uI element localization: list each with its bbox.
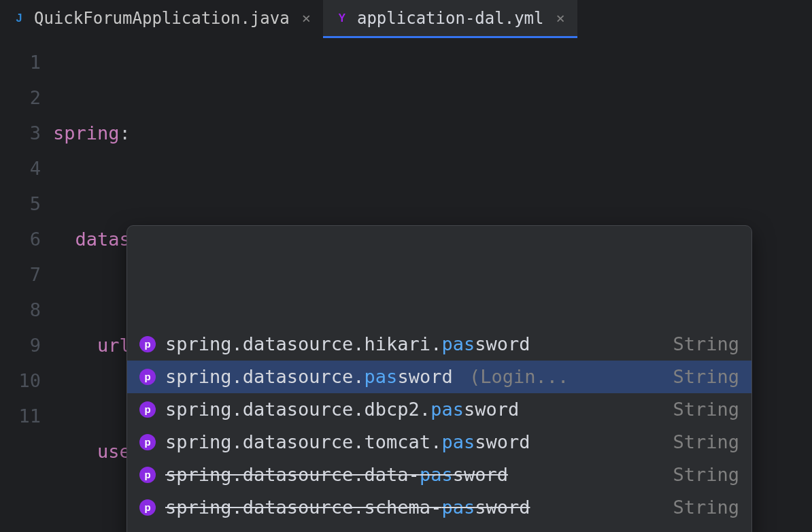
autocomplete-label: spring.datasource.dbcp2.password [165,393,663,426]
autocomplete-item[interactable]: pspring.datasource.dbcp2.passwordString [127,393,751,426]
autocomplete-popup: pspring.datasource.hikari.passwordString… [126,225,752,532]
autocomplete-label: spring.datasource.hikari.password [165,328,663,361]
autocomplete-label: spring.datasource.data-password [165,459,663,491]
tab-application-dal[interactable]: Y application-dal.yml × [323,0,577,38]
autocomplete-extra: (Login... [458,366,569,387]
line-number: 2 [0,80,41,116]
property-icon: p [139,369,156,385]
autocomplete-label: spring.datasource.schema-password [165,491,663,524]
autocomplete-item[interactable]: pspring.datasource.password (Login...Str… [127,361,751,393]
line-number: 10 [0,363,41,399]
autocomplete-type: String [673,328,739,361]
line-number: 1 [0,45,41,80]
code-area[interactable]: spring: datasource: url: jdbc:mysql://12… [53,38,812,532]
tab-label: application-dal.yml [357,9,544,28]
autocomplete-type: String [673,426,739,459]
autocomplete-type: String [673,491,739,524]
line-number: 3 [0,116,41,151]
tab-quickforumapplication[interactable]: J QuickForumApplication.java × [0,0,323,38]
line-number: 7 [0,257,41,293]
property-icon: p [139,336,156,352]
autocomplete-item[interactable]: pspring.datasource.schema-passwordString [127,491,751,524]
code-line[interactable]: spring: [53,116,812,151]
autocomplete-item[interactable]: pspring.datasource.data-passwordString [127,459,751,491]
line-number: 8 [0,293,41,328]
tab-bar: J QuickForumApplication.java × Y applica… [0,0,812,38]
line-number: 11 [0,399,41,434]
autocomplete-type: String [673,459,739,491]
property-icon: p [139,401,156,418]
property-icon: p [139,467,156,483]
line-number: 5 [0,186,41,222]
close-icon[interactable]: × [298,11,311,26]
property-icon: p [139,499,156,516]
line-number: 4 [0,151,41,186]
yaml-file-icon: Y [335,12,349,25]
line-number-gutter: 1 2 3 4 5 6 7 8 9 10 11 [0,38,53,532]
line-number: 9 [0,328,41,363]
autocomplete-item[interactable]: pspring.datasource.hikari.passwordString [127,328,751,361]
line-number: 6 [0,222,41,257]
close-icon[interactable]: × [552,11,564,26]
code-editor[interactable]: 1 2 3 4 5 6 7 8 9 10 11 spring: datasour… [0,38,812,532]
java-file-icon: J [12,12,26,25]
autocomplete-type: String [673,393,739,426]
autocomplete-label: spring.datasource.password (Login... [165,361,663,393]
tab-label: QuickForumApplication.java [34,9,290,28]
autocomplete-label: spring.datasource.tomcat.password [165,426,663,459]
property-icon: p [139,434,156,450]
autocomplete-item[interactable]: pspring.datasource.tomcat.passwordString [127,426,751,459]
autocomplete-type: String [673,361,739,393]
